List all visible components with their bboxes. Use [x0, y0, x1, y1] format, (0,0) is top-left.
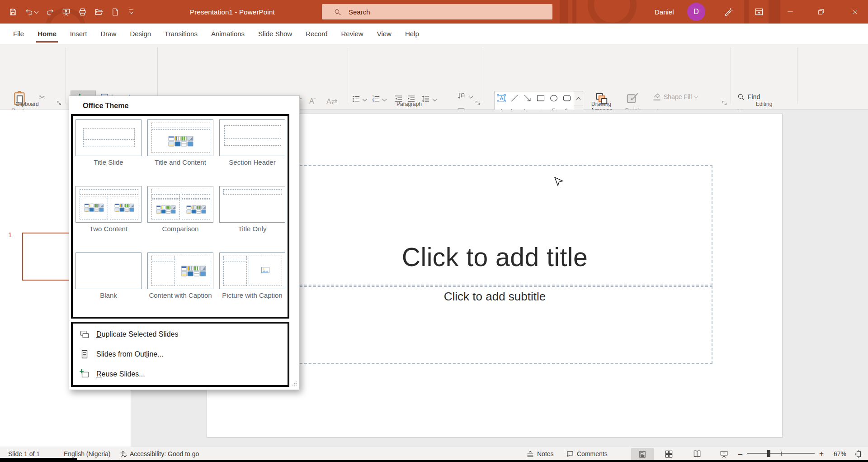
text-direction-chevron-icon[interactable] [469, 94, 473, 99]
layout-thumbnail [219, 119, 285, 156]
shrink-font-icon[interactable]: Aˇ [309, 97, 316, 105]
layout-option-content-with-caption[interactable]: Content with Caption [147, 252, 213, 289]
find-label: Find [748, 93, 760, 100]
find-button[interactable]: Find [737, 93, 760, 101]
layout-option-two-content[interactable]: Two Content [75, 186, 142, 223]
print-preview-icon[interactable] [77, 6, 88, 17]
comments-icon [566, 450, 574, 458]
title-placeholder[interactable]: Click to add title [277, 165, 712, 286]
zoom-slider-thumb[interactable] [767, 450, 770, 457]
layout-option-title-and-content[interactable]: Title and Content [147, 119, 213, 156]
ribbon-display-options-icon[interactable] [749, 0, 769, 24]
tab-record[interactable]: Record [299, 24, 334, 44]
outline-icon [80, 349, 90, 359]
tab-help[interactable]: Help [398, 24, 426, 44]
layout-option-picture-with-caption[interactable]: Picture with Caption [219, 252, 285, 289]
search-icon [334, 8, 341, 16]
zoom-out-button[interactable]: – [738, 447, 742, 461]
clear-formatting-icon[interactable]: A⇄ [326, 97, 337, 106]
tab-animations[interactable]: Animations [204, 24, 251, 44]
layout-option-section-header[interactable]: Section Header [219, 119, 285, 156]
subtitle-placeholder[interactable]: Click to add subtitle [277, 286, 712, 364]
layout-label: Blank [72, 291, 145, 300]
search-input[interactable] [348, 8, 521, 16]
shape-fill-button[interactable]: Shape Fill [653, 93, 698, 101]
rounded-rectangle-icon[interactable] [561, 91, 574, 105]
bullets-chevron-icon[interactable] [363, 97, 367, 101]
user-name[interactable]: Daniel [655, 0, 674, 24]
bottom-edge [0, 460, 868, 462]
tab-slide-show[interactable]: Slide Show [251, 24, 299, 44]
layout-option-title-slide[interactable]: Title Slide [75, 119, 142, 156]
accessibility-label: Accessibility: Good to go [130, 450, 199, 457]
open-file-icon[interactable] [93, 6, 104, 17]
fit-slide-to-window-button[interactable] [854, 447, 863, 461]
bullets-icon[interactable] [352, 95, 360, 103]
tab-draw[interactable]: Draw [94, 24, 123, 44]
coming-soon-icon[interactable] [718, 0, 739, 24]
normal-view-button[interactable] [631, 448, 654, 460]
layout-thumbnail [147, 119, 213, 156]
layout-label: Two Content [72, 224, 145, 233]
reading-view-button[interactable] [693, 447, 702, 461]
new-file-icon[interactable] [109, 6, 120, 17]
tab-view[interactable]: View [370, 24, 398, 44]
titlebar-pattern [744, 0, 749, 24]
layout-thumbnail [147, 252, 213, 289]
menu-item-reuse-slides[interactable]: Reuse Slides... [73, 364, 285, 384]
quick-access-toolbar [7, 0, 137, 24]
rectangle-icon[interactable] [534, 91, 547, 105]
layout-option-blank[interactable]: Blank [75, 252, 142, 289]
line-icon[interactable] [508, 91, 521, 105]
tab-transitions[interactable]: Transitions [158, 24, 204, 44]
layout-thumbnail [219, 252, 285, 289]
tab-design[interactable]: Design [123, 24, 158, 44]
zoom-in-button[interactable]: + [819, 447, 824, 461]
zoom-level[interactable]: 67% [834, 447, 846, 461]
start-slideshow-icon[interactable] [61, 6, 71, 17]
text-box-icon[interactable]: A [495, 91, 508, 105]
oval-icon[interactable] [547, 91, 561, 105]
powerpoint-window: Presentation1 - PowerPoint Daniel D File… [0, 0, 868, 462]
normal-view-icon [638, 450, 646, 458]
clipboard-dialog-launcher[interactable] [56, 100, 62, 106]
tab-review[interactable]: Review [335, 24, 370, 44]
search-box[interactable] [322, 4, 552, 19]
slide-show-button[interactable] [720, 447, 728, 461]
notes-label: Notes [537, 450, 554, 457]
accessibility-status[interactable]: Accessibility: Good to go [119, 447, 199, 461]
restore-button[interactable] [808, 0, 834, 24]
layout-thumbnail [147, 186, 213, 223]
line-arrow-icon[interactable] [521, 91, 534, 105]
resize-grip[interactable] [292, 380, 297, 388]
drawing-dialog-launcher[interactable] [722, 100, 728, 106]
minimize-button[interactable] [778, 0, 803, 24]
tab-file[interactable]: File [6, 24, 31, 44]
numbering-icon[interactable]: 123 [372, 95, 380, 103]
tab-insert[interactable]: Insert [63, 24, 94, 44]
layout-thumbnail [75, 186, 142, 223]
menu-item-slides-from-outline[interactable]: Slides from Outline... [73, 344, 285, 364]
customize-qat-icon[interactable] [126, 6, 137, 17]
comments-toggle[interactable]: Comments [566, 447, 608, 461]
text-direction-icon[interactable] [457, 92, 466, 101]
layout-label: Title Slide [72, 158, 145, 167]
drawing-group-label: Drawing [576, 101, 626, 107]
close-button[interactable] [842, 0, 868, 24]
redo-icon[interactable] [44, 6, 55, 17]
undo-icon[interactable] [24, 6, 39, 17]
avatar[interactable]: D [687, 3, 705, 21]
ribbon-tabs: FileHomeInsertDrawDesignTransitionsAnima… [6, 24, 426, 44]
save-icon[interactable] [7, 6, 18, 17]
notes-toggle[interactable]: Notes [526, 447, 554, 461]
menu-item-duplicate-selected-slides[interactable]: Duplicate Selected Slides [73, 324, 285, 344]
paragraph-dialog-launcher[interactable] [475, 100, 481, 106]
layout-option-comparison[interactable]: Comparison [147, 186, 213, 223]
tab-home[interactable]: Home [31, 24, 63, 44]
layout-thumbnail [219, 186, 285, 223]
svg-text:3: 3 [373, 100, 374, 103]
layout-label: Title Only [216, 224, 288, 233]
slide-thumbnail-selected[interactable] [22, 233, 75, 281]
layout-option-title-only[interactable]: Title Only [219, 186, 285, 223]
slide-sorter-view-button[interactable] [665, 447, 673, 461]
